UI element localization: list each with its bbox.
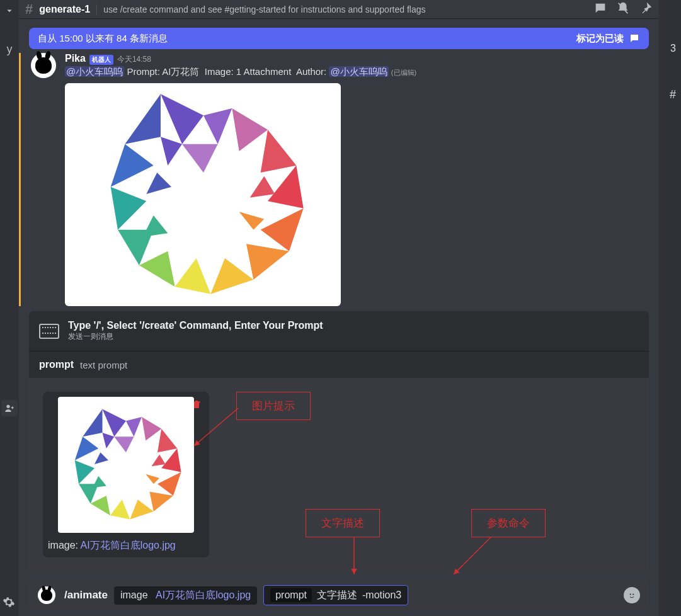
right-sidebar: 3 # (659, 0, 681, 616)
threads-icon[interactable] (593, 1, 607, 18)
param-desc: text prompt (80, 360, 127, 370)
sidebar-letter: y (0, 43, 19, 56)
upload-card: image: AI万花筒白底logo.jpg (43, 392, 209, 557)
gear-icon[interactable] (3, 596, 15, 611)
right-count: 3 (670, 43, 676, 54)
emoji-button[interactable] (624, 587, 640, 603)
image-value: 1 Attachment (236, 66, 292, 77)
chip-image-file: AI万花筒白底logo.jpg (156, 590, 251, 600)
avatar[interactable] (31, 53, 56, 78)
upload-prefix: image: (48, 540, 78, 550)
param-name: prompt (39, 359, 74, 370)
main-area: 自从 15:00 以来有 84 条新消息 标记为已读 Pika 机器人 今天14… (19, 19, 659, 616)
mention[interactable]: @小火车呜呜 (65, 66, 124, 77)
attachment-image[interactable] (65, 83, 341, 306)
mark-read-button[interactable]: 标记为已读 (576, 33, 624, 45)
channel-name: generate-1 (39, 4, 90, 15)
command-avatar (38, 586, 55, 604)
new-messages-text: 自从 15:00 以来有 84 条新消息 (38, 33, 168, 45)
pin-icon[interactable] (639, 1, 653, 18)
channel-topic: use /create command and see #getting-sta… (96, 4, 587, 14)
param-suggestion[interactable]: prompt text prompt (29, 351, 649, 378)
chip-image-key: image (120, 590, 148, 600)
channel-header: # generate-1 use /create command and see… (19, 0, 659, 19)
chip-image[interactable]: image AI万花筒白底logo.jpg (114, 586, 257, 605)
image-label: Image: (205, 66, 234, 77)
chip-prompt-text: 文字描述 (317, 589, 357, 602)
mention[interactable]: @小火车呜呜 (329, 66, 388, 77)
reply-tip: Type '/', Select '/create' Command, Ente… (29, 311, 649, 351)
upload-label: image: AI万花筒白底logo.jpg (48, 539, 204, 552)
message: Pika 机器人 今天14:58 @小火车呜呜 Prompt: AI万花筒 Im… (19, 53, 659, 306)
right-hash-icon: # (670, 88, 676, 101)
hash-icon: # (25, 1, 33, 18)
message-timestamp: 今天14:58 (117, 54, 151, 65)
upload-thumbnail[interactable] (58, 397, 194, 533)
message-author[interactable]: Pika (65, 53, 86, 64)
reply-tip-sub: 发送一则消息 (68, 331, 323, 342)
svg-point-20 (6, 405, 9, 408)
author-label: Author: (296, 66, 326, 77)
chevron-down-icon[interactable] (4, 5, 15, 19)
upload-area: image: AI万花筒白底logo.jpg (29, 378, 649, 571)
edited-tag: (已编辑) (391, 69, 416, 76)
command-name: /animate (64, 589, 108, 602)
chip-prompt[interactable]: prompt 文字描述 -motion3 (263, 585, 408, 605)
svg-point-21 (627, 591, 637, 600)
bot-tag: 机器人 (89, 55, 113, 65)
chip-prompt-key: prompt (270, 588, 312, 602)
svg-point-22 (630, 593, 631, 595)
mark-read-icon (629, 33, 640, 44)
chip-prompt-motion: -motion3 (362, 590, 401, 601)
svg-point-23 (632, 593, 634, 595)
new-messages-banner[interactable]: 自从 15:00 以来有 84 条新消息 标记为已读 (29, 28, 649, 49)
add-user-icon[interactable] (1, 400, 18, 416)
prompt-label: Prompt: (127, 66, 160, 77)
left-sidebar: y (0, 0, 19, 616)
message-input[interactable]: /animate image AI万花筒白底logo.jpg prompt 文字… (29, 580, 649, 610)
reply-tip-title: Type '/', Select '/create' Command, Ente… (68, 320, 323, 331)
notifications-icon[interactable] (616, 1, 630, 18)
prompt-value: AI万花筒 (162, 66, 199, 77)
upload-filename: AI万花筒白底logo.jpg (81, 540, 176, 550)
keyboard-icon (39, 324, 59, 339)
